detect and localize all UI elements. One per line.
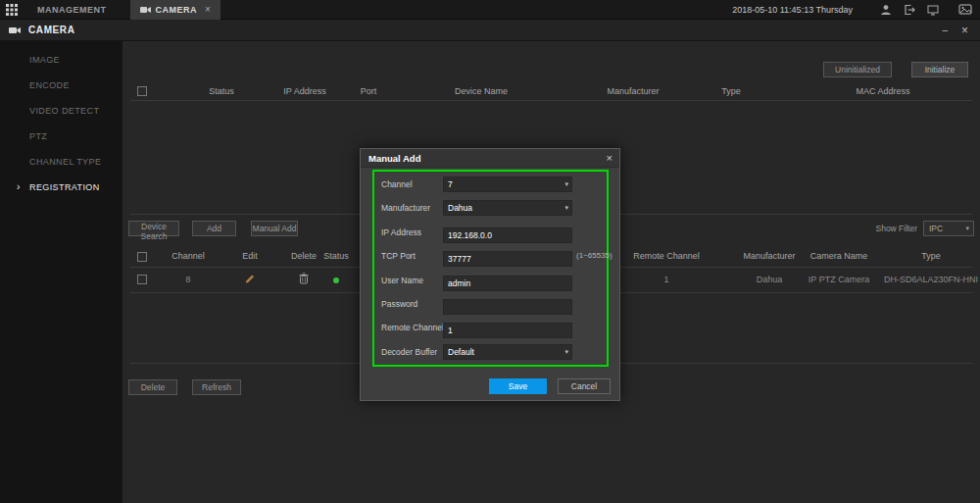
system-info-icon[interactable] <box>927 4 939 16</box>
field-label: User Name <box>381 273 423 288</box>
sidebar-item-video-detect[interactable]: VIDEO DETECT <box>0 98 122 124</box>
sidebar-item-encode[interactable]: ENCODE <box>0 73 122 98</box>
sidebar-item-registration[interactable]: › REGISTRATION <box>0 175 122 200</box>
column-header: Status <box>209 86 234 96</box>
sidebar-item-label: VIDEO DETECT <box>29 106 99 116</box>
logout-icon[interactable] <box>904 4 915 16</box>
column-header: Port <box>361 86 377 96</box>
row-type: DH-SD6ALA230FN-HNI <box>884 275 978 284</box>
manual-add-dialog: Manual Add × Channel 7 ▾ Manufacturer Da… <box>360 148 620 401</box>
datetime: 2018-05-10 11:45:13 Thursday <box>732 5 853 15</box>
row-manufacturer: Dahua <box>757 275 783 284</box>
field-label: Remote Channel <box>381 320 444 335</box>
delete-button[interactable]: Delete <box>128 379 177 395</box>
chevron-right-icon: › <box>17 175 21 200</box>
add-button[interactable]: Add <box>192 221 236 236</box>
camera-icon <box>9 26 21 34</box>
form-row: Manufacturer Dahua ▾ <box>374 200 607 216</box>
column-header: Device Name <box>455 86 508 96</box>
show-filter-label: Show Filter <box>875 224 917 233</box>
page-title: CAMERA <box>28 25 75 35</box>
topbar-right: 2018-05-10 11:45:13 Thursday <box>732 4 980 16</box>
cancel-button[interactable]: Cancel <box>558 378 611 394</box>
column-header: Edit <box>242 251 258 261</box>
edit-icon[interactable] <box>245 274 256 284</box>
sidebar-item-image[interactable]: IMAGE <box>0 47 122 73</box>
column-header: Status <box>323 251 349 261</box>
column-header: Delete <box>291 251 317 261</box>
username-input[interactable] <box>443 276 572 291</box>
field-label: Password <box>381 296 417 312</box>
topbar: MANAGEMENT CAMERA × 2018-05-10 11:45:13 … <box>0 0 980 20</box>
ip-address-input[interactable] <box>443 227 572 243</box>
decoder-buffer-value: Default <box>448 347 474 357</box>
device-search-button[interactable]: Device Search <box>128 221 179 236</box>
dialog-titlebar: Manual Add × <box>361 149 619 168</box>
show-filter-select[interactable]: IPC ▾ <box>923 221 974 236</box>
channel-select[interactable]: 7 ▾ <box>443 176 572 192</box>
user-icon[interactable] <box>880 4 892 16</box>
column-header: Manufacturer <box>743 251 795 261</box>
form-row: TCP Port (1~65535) <box>374 248 607 264</box>
remote-channel-input[interactable] <box>443 323 572 338</box>
delete-icon[interactable] <box>299 273 310 284</box>
form-row: IP Address <box>374 225 607 240</box>
field-label: IP Address <box>381 225 421 240</box>
tab-camera[interactable]: CAMERA × <box>130 0 220 20</box>
column-header: Type <box>921 251 941 261</box>
refresh-button[interactable]: Refresh <box>192 379 241 395</box>
form-row: Password <box>374 296 607 312</box>
save-button[interactable]: Save <box>489 378 547 394</box>
apps-grid-icon[interactable] <box>6 4 18 16</box>
column-header: MAC Address <box>856 86 909 96</box>
modal-close-icon[interactable]: × <box>607 149 612 168</box>
field-label: Channel <box>381 176 413 192</box>
column-header: Type <box>721 86 741 96</box>
highlight-region: Channel 7 ▾ Manufacturer Dahua ▾ IP Addr… <box>372 170 609 367</box>
select-all-checkbox[interactable] <box>137 252 147 262</box>
field-label: TCP Port <box>381 248 416 264</box>
status-dot <box>333 277 339 283</box>
sidebar-item-ptz[interactable]: PTZ <box>0 124 122 149</box>
sidebar-item-label: ENCODE <box>29 80 70 90</box>
manual-add-button[interactable]: Manual Add <box>251 221 298 236</box>
uninitialized-button[interactable]: Uninitialized <box>823 62 892 77</box>
chevron-down-icon: ▾ <box>564 345 568 359</box>
close-icon[interactable]: × <box>961 24 968 37</box>
display-output-icon[interactable] <box>958 4 972 16</box>
chevron-down-icon: ▾ <box>564 201 568 215</box>
manufacturer-select[interactable]: Dahua ▾ <box>443 200 572 216</box>
camera-icon <box>140 6 151 14</box>
decoder-buffer-select[interactable]: Default ▾ <box>443 344 572 360</box>
divider <box>130 100 972 101</box>
form-row: Decoder Buffer Default ▾ <box>374 344 607 360</box>
tab-camera-label: CAMERA <box>156 5 198 15</box>
column-header: IP Address <box>283 86 325 96</box>
tcp-port-hint: (1~65535) <box>576 248 612 264</box>
column-header: Channel <box>172 251 205 261</box>
channel-value: 7 <box>448 179 453 189</box>
window-controls: – × <box>942 24 980 37</box>
dialog-title: Manual Add <box>368 149 420 168</box>
management-tab[interactable]: MANAGEMENT <box>27 0 117 20</box>
titlebar: CAMERA – × <box>0 20 980 41</box>
initialize-button[interactable]: Initialize <box>911 62 968 77</box>
column-header: Camera Name <box>810 251 868 261</box>
sidebar-item-label: IMAGE <box>29 55 60 65</box>
sidebar-item-channel-type[interactable]: CHANNEL TYPE <box>0 149 122 175</box>
tcp-port-input[interactable] <box>443 251 572 267</box>
select-all-checkbox[interactable] <box>137 86 147 96</box>
row-checkbox[interactable] <box>137 275 147 284</box>
sidebar-item-label: CHANNEL TYPE <box>29 157 101 167</box>
sidebar: IMAGE ENCODE VIDEO DETECT PTZ CHANNEL TY… <box>0 41 122 503</box>
chevron-down-icon: ▾ <box>564 177 568 191</box>
sidebar-item-label: PTZ <box>29 131 47 141</box>
minimize-icon[interactable]: – <box>942 25 948 35</box>
app-window: MANAGEMENT CAMERA × 2018-05-10 11:45:13 … <box>0 0 980 503</box>
row-channel: 8 <box>185 275 190 284</box>
tab-close-icon[interactable]: × <box>205 4 211 15</box>
column-header: Remote Channel <box>633 251 700 261</box>
row-camera-name: IP PTZ Camera <box>808 275 869 284</box>
field-label: Decoder Buffer <box>381 344 437 360</box>
password-input[interactable] <box>443 299 572 315</box>
